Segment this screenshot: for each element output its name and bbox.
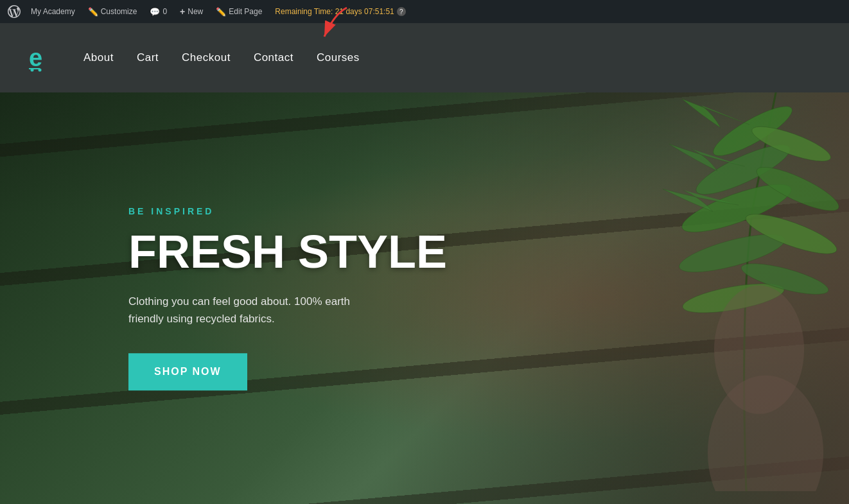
- comments-icon: 💬: [150, 7, 160, 17]
- site-navigation: About Cart Checkout Contact Courses: [83, 51, 360, 64]
- hero-section: BE INSPIRED FRESH STYLE Clothing you can…: [0, 92, 849, 504]
- comments-button[interactable]: 💬 0: [144, 0, 172, 23]
- svg-point-14: [714, 286, 804, 414]
- nav-about[interactable]: About: [83, 51, 114, 64]
- plus-icon: +: [180, 6, 185, 17]
- customize-button[interactable]: ✏️ Customize: [83, 0, 143, 23]
- customize-label: Customize: [101, 7, 137, 16]
- new-label: New: [188, 7, 203, 16]
- hero-subtitle: BE INSPIRED: [128, 206, 447, 216]
- customize-icon: ✏️: [88, 7, 98, 17]
- hero-title: FRESH STYLE: [128, 227, 447, 277]
- shop-now-button[interactable]: SHOP NOW: [128, 353, 247, 390]
- comments-count: 0: [162, 7, 167, 16]
- remaining-time-text: Remaining Time: 21 days 07:51:51: [275, 7, 394, 16]
- hero-description: Clothing you can feel good about. 100% e…: [128, 293, 372, 327]
- site-name-menu[interactable]: My Academy: [26, 0, 80, 23]
- remaining-time-display: Remaining Time: 21 days 07:51:51 ?: [270, 7, 410, 16]
- edit-icon: ✏️: [216, 7, 226, 17]
- nav-courses[interactable]: Courses: [317, 51, 360, 64]
- admin-bar: My Academy ✏️ Customize 💬 0 + New ✏️ Edi…: [0, 0, 849, 23]
- wordpress-logo[interactable]: [5, 3, 23, 21]
- nav-cart[interactable]: Cart: [137, 51, 159, 64]
- site-name-label: My Academy: [31, 7, 75, 16]
- nav-checkout[interactable]: Checkout: [182, 51, 231, 64]
- help-icon[interactable]: ?: [397, 7, 406, 16]
- svg-text:e: e: [29, 44, 42, 71]
- fern-decoration: [643, 92, 849, 491]
- nav-contact[interactable]: Contact: [254, 51, 293, 64]
- hero-content: BE INSPIRED FRESH STYLE Clothing you can…: [128, 206, 447, 391]
- site-header: e About Cart Checkout Contact Courses: [0, 23, 849, 92]
- site-logo[interactable]: e: [26, 42, 58, 74]
- edit-page-button[interactable]: ✏️ Edit Page: [211, 0, 267, 23]
- new-button[interactable]: + New: [175, 0, 208, 23]
- edit-page-label: Edit Page: [229, 7, 262, 16]
